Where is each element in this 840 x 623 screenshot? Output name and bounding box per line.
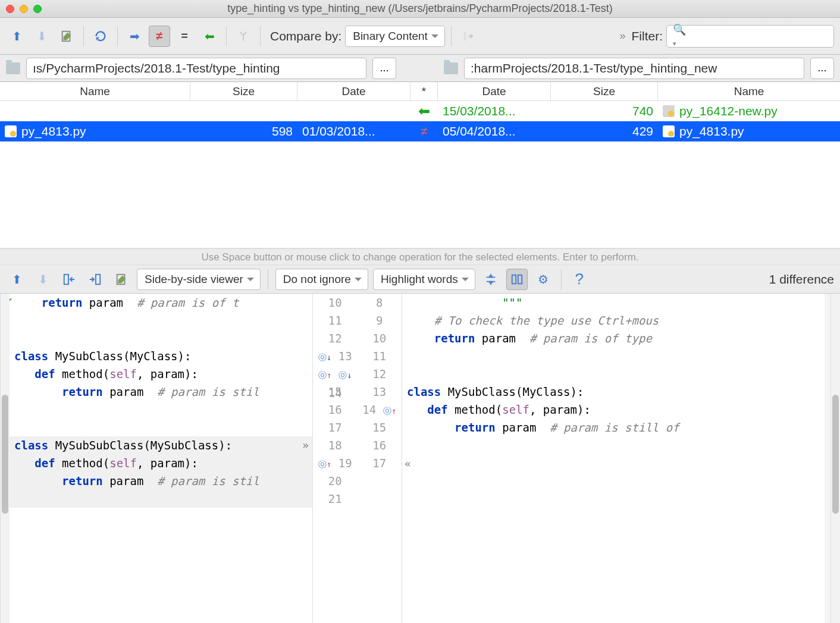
code-line[interactable]: return param # param is stil [10, 472, 312, 490]
merge-right-icon[interactable]: » [302, 436, 309, 454]
column-op[interactable]: * [410, 82, 438, 100]
line-number[interactable]: 11 [358, 347, 402, 365]
minimize-window-button[interactable] [20, 5, 28, 13]
line-number[interactable]: 18 [313, 436, 358, 454]
code-line[interactable]: class MySubClass(MyClass): [10, 347, 312, 365]
code-line[interactable] [402, 347, 825, 365]
line-number[interactable]: 20 [313, 472, 358, 490]
line-number[interactable]: ⓞ ⓞ 14 [313, 365, 358, 383]
prev-diff-button[interactable]: ⬆ [6, 26, 27, 47]
table-row[interactable]: py_4813.py59801/03/2018...≠05/04/2018...… [0, 121, 840, 141]
line-number[interactable]: 16 [313, 401, 358, 419]
column-date-left[interactable]: Date [297, 82, 410, 100]
line-number[interactable]: 10 [358, 329, 402, 347]
right-scrollbar[interactable] [830, 294, 840, 623]
left-scrollbar[interactable] [0, 294, 10, 623]
settings-icon[interactable]: ⚙ [532, 269, 554, 290]
table-row[interactable]: ⬅15/03/2018...740py_16412-new.py [0, 101, 840, 121]
merge-left-icon[interactable]: « [405, 455, 411, 472]
code-line[interactable]: def method(self, param): [402, 401, 825, 419]
line-number[interactable]: 12 [313, 329, 358, 347]
filter-field[interactable]: 🔍▾ [666, 25, 834, 48]
compare-mode-select[interactable]: Binary Content [345, 26, 445, 47]
line-number[interactable]: 17 [313, 419, 358, 436]
line-number[interactable]: 14 ⓞ [358, 401, 402, 419]
overflow-icon[interactable]: » [619, 30, 625, 42]
code-line[interactable] [402, 365, 825, 383]
cell-op[interactable]: ⬅ [410, 103, 438, 119]
right-path-field[interactable]: :harmProjects/2018.1-Test/type_hinting_n… [464, 58, 804, 79]
code-line[interactable] [10, 401, 312, 419]
code-line[interactable]: """ [402, 294, 825, 312]
line-number[interactable]: 11 [313, 312, 358, 329]
line-number[interactable]: 15 [313, 383, 358, 401]
edit-diff-icon[interactable] [111, 269, 132, 290]
edit-icon[interactable] [56, 26, 77, 47]
diff-next-button[interactable]: ⬇ [32, 269, 54, 290]
column-size-right[interactable]: Size [551, 82, 658, 100]
highlight-select[interactable]: Highlight words [373, 269, 475, 290]
code-line[interactable]: class MySubClass(MyClass): [402, 383, 825, 401]
code-line[interactable]: def method(self, param): [10, 454, 312, 472]
line-number[interactable]: ⓞ 13 [313, 347, 358, 365]
whitespace-select[interactable]: Do not ignore [275, 269, 368, 290]
column-name-right[interactable]: Name [658, 82, 840, 100]
code-line[interactable] [402, 436, 825, 454]
view-mode-select[interactable]: Side-by-side viewer [137, 269, 261, 290]
line-number[interactable]: 17 [358, 454, 402, 472]
override-up-icon[interactable]: ⓞ [383, 402, 391, 420]
line-number[interactable]: 8 [358, 294, 402, 312]
next-diff-button[interactable]: ⬇ [31, 26, 52, 47]
sync-right-button[interactable]: ➡ [124, 26, 145, 47]
show-equal-button[interactable]: = [174, 26, 195, 47]
line-number[interactable]: 12 [358, 365, 402, 383]
left-path-field[interactable]: ıs/PycharmProjects/2018.1-Test/type_hint… [26, 58, 366, 79]
code-line[interactable]: return param # param is still of [402, 419, 825, 436]
line-number[interactable]: 13 [358, 383, 402, 401]
help-icon[interactable]: ? [569, 269, 590, 290]
collapse-unchanged-icon[interactable] [480, 269, 502, 290]
step-into-button[interactable] [457, 26, 479, 47]
code-line[interactable] [10, 490, 312, 508]
column-size-left[interactable]: Size [190, 82, 297, 100]
code-line[interactable]: « [402, 454, 825, 472]
override-up-icon[interactable]: ⓞ [318, 455, 327, 473]
line-number[interactable]: ⓞ 19 [313, 454, 358, 472]
code-line[interactable]: return param # param is of t [10, 294, 312, 312]
fullscreen-window-button[interactable] [33, 5, 42, 13]
browse-left-button[interactable]: ... [372, 58, 396, 79]
code-line[interactable]: class MySubSubClass(MySubClass):» [10, 436, 312, 454]
collapse-right-icon[interactable] [84, 269, 106, 290]
code-line[interactable] [10, 419, 312, 436]
filter-input[interactable] [689, 30, 828, 42]
merge-button[interactable] [233, 26, 254, 47]
code-line[interactable]: # To check the type use Ctrl+mous [402, 312, 825, 329]
show-differences-button[interactable]: ≠ [149, 26, 170, 47]
sync-left-button[interactable]: ⬅ [199, 26, 220, 47]
override-down-icon[interactable]: ⓞ [338, 366, 347, 384]
line-number[interactable]: 9 [358, 312, 402, 329]
column-name-left[interactable]: Name [0, 82, 190, 100]
left-code-pane[interactable]: return param # param is of tclass MySubC… [10, 294, 313, 623]
code-line[interactable]: return param # param is of type [402, 329, 825, 347]
close-window-button[interactable] [6, 5, 14, 13]
browse-right-button[interactable]: ... [810, 58, 834, 79]
cell-op[interactable]: ≠ [410, 124, 438, 139]
code-line[interactable] [10, 329, 312, 347]
line-number[interactable]: 10 [313, 294, 358, 312]
line-number[interactable]: 15 [358, 419, 402, 436]
override-up-icon[interactable]: ⓞ [318, 366, 327, 384]
override-down-icon[interactable]: ⓞ [318, 348, 327, 366]
sync-scroll-icon[interactable] [506, 269, 528, 290]
refresh-button[interactable] [90, 26, 111, 47]
code-line[interactable]: return param # param is stil [10, 383, 312, 401]
line-number[interactable]: 21 [313, 490, 358, 508]
column-date-right[interactable]: Date [438, 82, 551, 100]
right-code-pane[interactable]: """ # To check the type use Ctrl+mous re… [402, 294, 825, 623]
code-line[interactable]: def method(self, param): [10, 365, 312, 383]
line-number[interactable]: 16 [358, 436, 402, 454]
code-line[interactable] [10, 312, 312, 329]
diff-prev-button[interactable]: ⬆ [6, 269, 27, 290]
collapse-left-icon[interactable] [58, 269, 80, 290]
file-list-empty-space[interactable] [0, 141, 840, 248]
